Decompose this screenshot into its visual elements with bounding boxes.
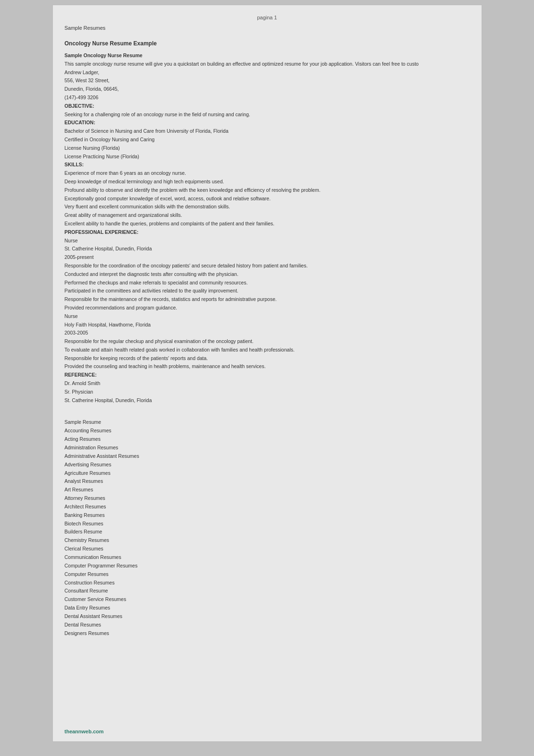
link-item[interactable]: Designers Resumes	[65, 629, 470, 638]
resume-line: EDUCATION:	[65, 119, 470, 127]
resume-line: Certified in Oncology Nursing and Caring	[65, 136, 470, 144]
link-item[interactable]: Data Entry Resumes	[65, 604, 470, 612]
resume-line: Excellent ability to handle the queries,…	[65, 220, 470, 228]
resume-line: Great ability of management and organiza…	[65, 211, 470, 219]
link-item[interactable]: Chemistry Resumes	[65, 536, 470, 545]
resume-line: Deep knowledge of medical terminology an…	[65, 178, 470, 186]
resume-line: (147)-499 3206	[65, 94, 470, 102]
resume-line: Holy Faith Hospital, Hawthorne, Florida	[65, 321, 470, 329]
resume-line: Nurse	[65, 312, 470, 320]
page-container: pagina 1 Sample Resumes Oncology Nurse R…	[52, 5, 482, 742]
resume-line: Responsible for the regular checkup and …	[65, 337, 470, 345]
link-item[interactable]: Analyst Resumes	[65, 477, 470, 486]
link-item[interactable]: Communication Resumes	[65, 553, 470, 562]
link-item[interactable]: Consultant Resume	[65, 587, 470, 595]
link-item[interactable]: Biotech Resumes	[65, 520, 470, 528]
resume-line: Profound ability to observe and identify…	[65, 186, 470, 194]
resume-line: License Nursing (Florida)	[65, 144, 470, 152]
footer: theannweb.com	[65, 729, 104, 734]
resume-lines-container: Andrew Ladger,556, West 32 Street,Dunedi…	[65, 69, 470, 404]
resume-line: To evaluate and attain health related go…	[65, 346, 470, 354]
resume-line: Andrew Ladger,	[65, 69, 470, 77]
sample-resumes-header: Sample Resumes	[65, 25, 470, 31]
resume-line: REFERENCE:	[65, 371, 470, 379]
resume-line: Provided the counseling and teaching in …	[65, 362, 470, 370]
link-item[interactable]: Computer Programmer Resumes	[65, 562, 470, 570]
resume-line: Very fluent and excellent communication …	[65, 203, 470, 211]
resume-line: 2003-2005	[65, 329, 470, 337]
intro-text: This sample oncology nurse resume will g…	[65, 60, 470, 68]
section-title: Oncology Nurse Resume Example	[65, 40, 470, 47]
link-item[interactable]: Acting Resumes	[65, 435, 470, 444]
link-item[interactable]: Customer Service Resumes	[65, 595, 470, 604]
resume-line: License Practicing Nurse (Florida)	[65, 153, 470, 161]
resume-line: 556, West 32 Street,	[65, 77, 470, 85]
resume-line: PROFESSIONAL EXPERIENCE:	[65, 228, 470, 236]
resume-line: Bachelor of Science in Nursing and Care …	[65, 127, 470, 135]
resume-line: Sr. Physician	[65, 388, 470, 396]
resume-line: Responsible for keeping records of the p…	[65, 354, 470, 362]
resume-line: Nurse	[65, 237, 470, 245]
resume-line: OBJECTIVE:	[65, 102, 470, 110]
link-item[interactable]: Builders Resume	[65, 528, 470, 536]
resume-sample-title: Sample Oncology Nurse Resume	[65, 52, 470, 60]
links-section: Sample ResumeAccounting ResumesActing Re…	[65, 418, 470, 637]
link-item[interactable]: Attorney Resumes	[65, 494, 470, 503]
link-item[interactable]: Computer Resumes	[65, 570, 470, 579]
link-item[interactable]: Construction Resumes	[65, 579, 470, 587]
link-item[interactable]: Agriculture Resumes	[65, 469, 470, 478]
link-item[interactable]: Dental Resumes	[65, 621, 470, 629]
resume-line: Provided recommendations and program gui…	[65, 304, 470, 312]
link-item[interactable]: Art Resumes	[65, 486, 470, 494]
resume-line: Responsible for the maintenance of the r…	[65, 295, 470, 303]
links-container: Sample ResumeAccounting ResumesActing Re…	[65, 418, 470, 637]
resume-line: Seeking for a challenging role of an onc…	[65, 111, 470, 119]
resume-line: Dr. Arnold Smith	[65, 379, 470, 387]
link-item[interactable]: Architect Resumes	[65, 503, 470, 511]
resume-line: Conducted and interpret the diagnostic t…	[65, 270, 470, 278]
resume-line: SKILLS:	[65, 161, 470, 169]
link-item[interactable]: Advertising Resumes	[65, 461, 470, 469]
resume-content: Sample Oncology Nurse Resume This sample…	[65, 52, 470, 404]
resume-line: 2005-present	[65, 253, 470, 261]
resume-line: Dunedin, Florida, 06645,	[65, 85, 470, 93]
page-number: pagina 1	[65, 15, 470, 20]
resume-line: Exceptionally good computer knowledge of…	[65, 195, 470, 203]
resume-line: St. Catherine Hospital, Dunedin, Florida	[65, 396, 470, 404]
link-item[interactable]: Administration Resumes	[65, 444, 470, 452]
resume-line: Experience of more than 6 years as an on…	[65, 169, 470, 177]
resume-line: Performed the checkups and make referral…	[65, 279, 470, 287]
link-item[interactable]: Banking Resumes	[65, 511, 470, 520]
resume-line: Responsible for the coordination of the …	[65, 262, 470, 270]
link-item[interactable]: Accounting Resumes	[65, 427, 470, 435]
link-item[interactable]: Dental Assistant Resumes	[65, 612, 470, 621]
link-item[interactable]: Administrative Assistant Resumes	[65, 452, 470, 461]
resume-line: St. Catherine Hospital, Dunedin, Florida	[65, 245, 470, 253]
link-item[interactable]: Sample Resume	[65, 418, 470, 427]
link-item[interactable]: Clerical Resumes	[65, 545, 470, 553]
resume-line: Participated in the committees and activ…	[65, 287, 470, 295]
